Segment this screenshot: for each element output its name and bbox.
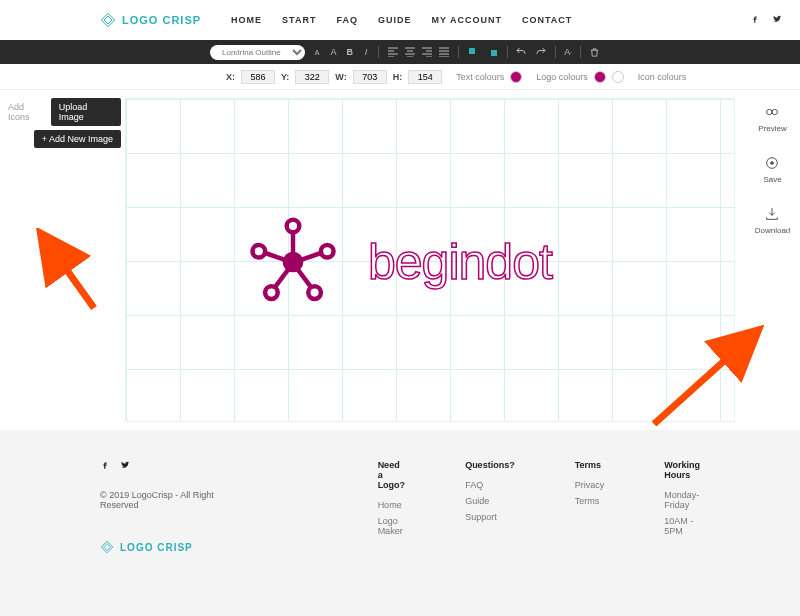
bold-icon[interactable]: B bbox=[346, 46, 354, 58]
nav-faq[interactable]: FAQ bbox=[336, 15, 358, 25]
add-new-image-button[interactable]: Add New Image bbox=[34, 130, 121, 148]
x-input[interactable] bbox=[241, 70, 275, 84]
footer-col-terms: Terms Privacy Terms bbox=[575, 460, 605, 554]
h-label: H: bbox=[393, 72, 403, 82]
logo-crisp-icon bbox=[100, 12, 116, 28]
main-nav: HOME START FAQ GUIDE MY ACCOUNT CONTACT bbox=[231, 15, 572, 25]
w-input[interactable] bbox=[353, 70, 387, 84]
x-label: X: bbox=[226, 72, 235, 82]
svg-point-16 bbox=[771, 162, 774, 165]
svg-line-8 bbox=[298, 269, 312, 287]
footer: © 2019 LogoCrisp - All Right Reserved LO… bbox=[0, 430, 800, 616]
y-input[interactable] bbox=[295, 70, 329, 84]
nav-guide[interactable]: GUIDE bbox=[378, 15, 412, 25]
align-justify-icon[interactable] bbox=[438, 46, 450, 58]
font-size-decrease-icon[interactable]: A bbox=[313, 46, 321, 58]
twitter-icon[interactable] bbox=[772, 14, 782, 26]
svg-point-7 bbox=[308, 286, 321, 299]
download-button[interactable]: Download bbox=[755, 206, 791, 235]
footer-link[interactable]: Terms bbox=[575, 496, 605, 506]
download-icon bbox=[764, 206, 780, 222]
brand-logo[interactable]: LOGO CRISP bbox=[100, 12, 201, 28]
nav-home[interactable]: HOME bbox=[231, 15, 262, 25]
italic-icon[interactable]: I bbox=[362, 46, 370, 58]
footer-col-hours: Working Hours Monday-Friday 10AM - 5PM bbox=[664, 460, 700, 554]
svg-point-2 bbox=[285, 254, 301, 270]
footer-link[interactable]: FAQ bbox=[465, 480, 515, 490]
align-center-icon[interactable] bbox=[404, 46, 416, 58]
svg-point-3 bbox=[287, 220, 300, 233]
svg-point-14 bbox=[772, 109, 777, 114]
logo-colour-swatch[interactable] bbox=[594, 71, 606, 83]
footer-brand[interactable]: LOGO CRISP bbox=[100, 540, 218, 554]
logo-artwork[interactable]: begindot bbox=[248, 217, 552, 307]
copyright-text: © 2019 LogoCrisp - All Right Reserved bbox=[100, 490, 218, 510]
undo-icon[interactable] bbox=[515, 46, 527, 58]
preview-button[interactable]: Preview bbox=[758, 104, 786, 133]
footer-twitter-icon[interactable] bbox=[120, 460, 130, 472]
nav-start[interactable]: START bbox=[282, 15, 316, 25]
logo-colours-label: Logo colours bbox=[536, 72, 588, 82]
svg-rect-0 bbox=[469, 48, 475, 54]
property-bar: X: Y: W: H: Text colours Logo colours Ic… bbox=[0, 64, 800, 90]
svg-point-11 bbox=[253, 245, 266, 258]
footer-facebook-icon[interactable] bbox=[100, 460, 110, 472]
footer-col-questions: Questions? FAQ Guide Support bbox=[465, 460, 515, 554]
add-icons-link[interactable]: Add Icons bbox=[8, 102, 47, 122]
svg-point-13 bbox=[767, 109, 772, 114]
footer-link[interactable]: Support bbox=[465, 512, 515, 522]
save-button[interactable]: Save bbox=[763, 155, 781, 184]
nav-account[interactable]: MY ACCOUNT bbox=[431, 15, 502, 25]
clear-format-icon[interactable]: A- bbox=[564, 46, 572, 58]
copy-icon[interactable] bbox=[467, 46, 479, 58]
svg-point-5 bbox=[321, 245, 334, 258]
icon-colours-label: Icon colours bbox=[638, 72, 687, 82]
h-input[interactable] bbox=[408, 70, 442, 84]
upload-image-button[interactable]: Upload Image bbox=[51, 98, 121, 126]
redo-icon[interactable] bbox=[535, 46, 547, 58]
save-icon bbox=[764, 155, 780, 171]
logo-crisp-icon bbox=[100, 540, 114, 554]
canvas-logo-text[interactable]: begindot bbox=[368, 233, 552, 291]
w-label: W: bbox=[335, 72, 346, 82]
paste-icon[interactable] bbox=[487, 46, 499, 58]
align-right-icon[interactable] bbox=[421, 46, 433, 58]
footer-link[interactable]: Logo Maker bbox=[378, 516, 406, 536]
y-label: Y: bbox=[281, 72, 289, 82]
footer-link[interactable]: Privacy bbox=[575, 480, 605, 490]
text-colour-swatch[interactable] bbox=[510, 71, 522, 83]
preview-icon bbox=[764, 104, 780, 120]
network-icon bbox=[248, 217, 338, 307]
svg-line-10 bbox=[275, 269, 289, 287]
logo-colour-swatch-2[interactable] bbox=[612, 71, 624, 83]
brand-text: LOGO CRISP bbox=[122, 14, 201, 26]
text-colours-label: Text colours bbox=[456, 72, 504, 82]
facebook-icon[interactable] bbox=[750, 14, 760, 26]
trash-icon[interactable] bbox=[589, 46, 600, 58]
footer-link[interactable]: Home bbox=[378, 500, 406, 510]
canvas[interactable]: begindot bbox=[125, 98, 735, 422]
align-left-icon[interactable] bbox=[387, 46, 399, 58]
format-toolbar: Londrina Outline A A B I A- bbox=[0, 40, 800, 64]
svg-line-6 bbox=[300, 253, 321, 260]
right-actions: Preview Save Download bbox=[745, 90, 800, 430]
left-panel: Add Icons Upload Image Add New Image bbox=[0, 90, 125, 430]
footer-col-need-logo: Need a Logo? Home Logo Maker bbox=[378, 460, 406, 554]
svg-line-12 bbox=[265, 253, 286, 260]
svg-rect-1 bbox=[491, 50, 497, 56]
svg-point-9 bbox=[265, 286, 278, 299]
font-size-increase-icon[interactable]: A bbox=[329, 46, 337, 58]
font-select[interactable]: Londrina Outline bbox=[210, 45, 305, 60]
nav-contact[interactable]: CONTACT bbox=[522, 15, 572, 25]
footer-link[interactable]: Guide bbox=[465, 496, 515, 506]
